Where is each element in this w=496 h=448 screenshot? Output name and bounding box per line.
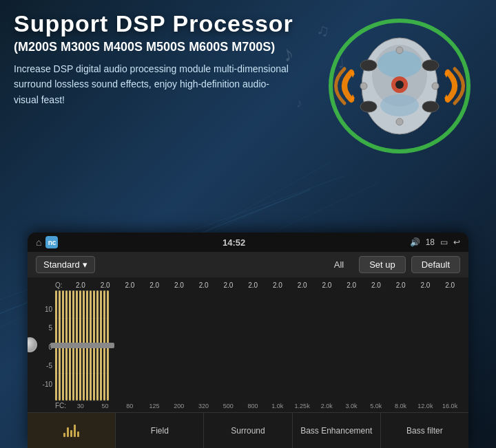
tab-surround-label: Surround xyxy=(231,426,265,436)
svg-point-21 xyxy=(432,83,439,89)
fc-2k: 2.0k xyxy=(316,403,339,409)
description: Increase DSP digital audio processing mo… xyxy=(14,61,289,107)
svg-point-20 xyxy=(360,83,367,89)
eq-icon xyxy=(63,425,79,437)
fc-500: 500 xyxy=(217,403,240,409)
sliders-row xyxy=(55,290,109,401)
y-n5: -5 xyxy=(34,362,52,370)
chevron-down-icon: ▾ xyxy=(83,259,87,270)
status-bar: ⌂ nc 14:52 🔊 18 ▭ ↩ xyxy=(28,233,468,252)
status-left: ⌂ nc xyxy=(36,236,58,248)
signal-value: 18 xyxy=(426,237,435,247)
y-5: 5 xyxy=(34,324,52,332)
svg-point-17 xyxy=(422,101,439,112)
fc-5k: 5.0k xyxy=(364,403,388,409)
q-label: Q: xyxy=(55,281,69,289)
q-val-7: 2.0 xyxy=(217,281,240,289)
eq-slider-section: 10 5 0 -5 -10 xyxy=(34,290,462,401)
status-right: 🔊 18 ▭ ↩ xyxy=(410,237,460,247)
y-n10: -10 xyxy=(34,381,52,388)
car-svg xyxy=(317,10,482,162)
preset-label: Standard xyxy=(43,259,80,270)
svg-point-14 xyxy=(360,60,377,71)
fc-200: 200 xyxy=(167,403,191,409)
svg-point-15 xyxy=(422,60,439,71)
q-val-3: 2.0 xyxy=(118,281,142,289)
all-button[interactable]: All xyxy=(324,257,353,273)
q-val-5: 2.0 xyxy=(167,281,191,289)
fc-1k: 1.0k xyxy=(266,403,289,409)
q-val-6: 2.0 xyxy=(192,281,216,289)
svg-point-19 xyxy=(395,81,404,89)
slider-ch-16[interactable] xyxy=(107,290,109,401)
q-val-9: 2.0 xyxy=(266,281,289,289)
fc-80: 80 xyxy=(118,403,142,409)
header-section: Support DSP Processor (M200S M300S M400S… xyxy=(14,10,303,107)
q-val-4: 2.0 xyxy=(143,281,166,289)
q-val-2: 2.0 xyxy=(94,281,117,289)
q-val-1: 2.0 xyxy=(69,281,92,289)
q-values-row: 2.0 2.0 2.0 2.0 2.0 2.0 2.0 2.0 2.0 2.0 … xyxy=(69,281,462,289)
fc-1-25k: 1.25k xyxy=(291,403,314,409)
q-val-8: 2.0 xyxy=(241,281,265,289)
svg-point-22 xyxy=(396,47,403,54)
default-button[interactable]: Default xyxy=(411,256,460,273)
fc-row: FC: 30 50 80 125 200 320 500 800 1.0k 1.… xyxy=(34,402,462,409)
q-val-13: 2.0 xyxy=(364,281,388,289)
subtitle: (M200S M300S M400S M500S M600S M700S) xyxy=(14,40,303,54)
car-illustration xyxy=(310,3,489,169)
tab-bass-filter-label: Bass filter xyxy=(406,426,443,436)
fc-label: FC: xyxy=(55,402,69,409)
q-val-14: 2.0 xyxy=(389,281,413,289)
dsp-panel: ⌂ nc 14:52 🔊 18 ▭ ↩ Standard ▾ All Set u… xyxy=(28,233,468,448)
bottom-nav: Field Surround Bass Enhancement Bass fil… xyxy=(28,412,468,448)
tab-eq[interactable] xyxy=(28,413,116,448)
tab-bass-enhancement-label: Bass Enhancement xyxy=(300,426,372,436)
q-val-15: 2.0 xyxy=(414,281,437,289)
svg-point-16 xyxy=(360,101,377,112)
tab-bass-enhancement[interactable]: Bass Enhancement xyxy=(293,413,381,448)
battery-icon: ▭ xyxy=(440,237,448,247)
setup-button[interactable]: Set up xyxy=(359,256,406,273)
q-val-12: 2.0 xyxy=(340,281,363,289)
q-val-11: 2.0 xyxy=(316,281,339,289)
tab-surround[interactable]: Surround xyxy=(204,413,292,448)
fc-30: 30 xyxy=(69,403,92,409)
fc-16k: 16.0k xyxy=(438,403,462,409)
fc-50: 50 xyxy=(94,403,117,409)
main-title: Support DSP Processor xyxy=(14,10,303,37)
fc-8k: 8.0k xyxy=(389,403,413,409)
tab-bass-filter[interactable]: Bass filter xyxy=(381,413,468,448)
app-icon: nc xyxy=(45,236,58,248)
back-icon: ↩ xyxy=(453,237,460,247)
q-val-16: 2.0 xyxy=(438,281,462,289)
preset-dropdown[interactable]: Standard ▾ xyxy=(36,256,95,273)
svg-point-13 xyxy=(380,94,419,116)
volume-icon: 🔊 xyxy=(410,237,420,247)
tab-field-label: Field xyxy=(151,426,169,436)
eq-area: Q: 2.0 2.0 2.0 2.0 2.0 2.0 2.0 2.0 2.0 2… xyxy=(28,277,468,412)
fc-800: 800 xyxy=(241,403,265,409)
svg-point-23 xyxy=(396,118,403,125)
fc-3k: 3.0k xyxy=(340,403,363,409)
fc-320: 320 xyxy=(192,403,216,409)
toolbar: Standard ▾ All Set up Default xyxy=(28,252,468,277)
status-time: 14:52 xyxy=(63,237,404,248)
q-val-10: 2.0 xyxy=(291,281,314,289)
fc-125: 125 xyxy=(143,403,166,409)
y-10: 10 xyxy=(34,306,52,313)
tab-field[interactable]: Field xyxy=(116,413,204,448)
home-icon: ⌂ xyxy=(36,237,41,248)
fc-12k: 12.0k xyxy=(414,403,437,409)
svg-point-12 xyxy=(378,50,422,78)
